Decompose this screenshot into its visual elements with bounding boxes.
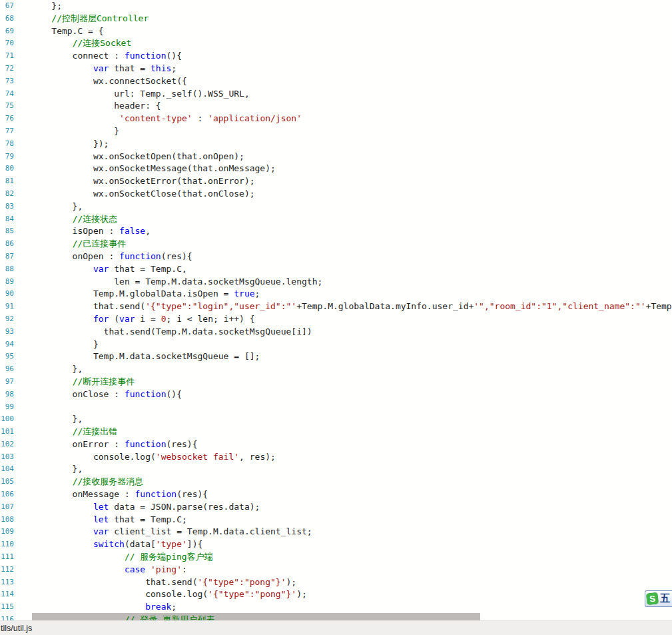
- line-number: 82: [0, 188, 14, 201]
- line-number: 102: [0, 438, 14, 451]
- line-number: 84: [0, 213, 14, 226]
- line-number: 96: [0, 363, 14, 376]
- code-text: //连接出错: [14, 426, 117, 438]
- line-number: 112: [0, 564, 14, 576]
- line-number: 101: [0, 426, 14, 438]
- line-number: 109: [0, 526, 14, 538]
- code-text: wx.onSocketOpen(that.onOpen);: [14, 151, 244, 163]
- line-number: 70: [0, 37, 14, 50]
- code-line: 88 var that = Temp.C,: [0, 263, 672, 276]
- code-line: 82 wx.onSocketClose(that.onClose);: [0, 188, 672, 201]
- code-line: 91 that.send('{"type":"login","user_id":…: [0, 301, 672, 313]
- line-number: 99: [0, 401, 14, 414]
- code-line: 105 //接收服务器消息: [0, 476, 672, 488]
- line-number: 86: [0, 238, 14, 251]
- line-number: 106: [0, 488, 14, 501]
- code-line: 75 header: {: [0, 100, 672, 113]
- code-text: //已连接事件: [14, 238, 126, 251]
- code-text: break;: [14, 601, 176, 614]
- line-number: 113: [0, 576, 14, 589]
- code-line: 80 wx.onSocketMessage(that.onMessage);: [0, 163, 672, 175]
- line-number: 76: [0, 113, 14, 125]
- code-text: wx.connectSocket({: [14, 75, 187, 88]
- code-line: 84 //连接状态: [0, 213, 672, 226]
- code-line: 72 var that = this;: [0, 63, 672, 75]
- code-text: [14, 401, 31, 414]
- line-number: 88: [0, 263, 14, 276]
- code-line: 81 wx.onSocketError(that.onError);: [0, 175, 672, 188]
- line-number: 93: [0, 326, 14, 338]
- line-number: 67: [0, 0, 14, 13]
- code-text: wx.onSocketMessage(that.onMessage);: [14, 163, 276, 175]
- code-text: },: [14, 463, 83, 476]
- code-line: 90 Temp.M.globalData.isOpen = true;: [0, 288, 672, 301]
- code-line: 87 onOpen : function(res){: [0, 251, 672, 263]
- code-text: onError : function(res){: [14, 438, 197, 451]
- code-text: //控制器层Controller: [14, 13, 149, 25]
- code-line: 67 };: [0, 0, 672, 13]
- code-text: //连接状态: [14, 213, 117, 226]
- code-text: let data = JSON.parse(res.data);: [14, 501, 260, 514]
- code-line: 95 Temp.M.data.socketMsgQueue = [];: [0, 350, 672, 363]
- line-number: 79: [0, 151, 14, 163]
- code-text: }: [14, 338, 99, 351]
- code-text: onOpen : function(res){: [14, 251, 192, 263]
- line-number: 115: [0, 601, 14, 614]
- line-number: 92: [0, 313, 14, 326]
- line-number: 83: [0, 201, 14, 213]
- code-text: });: [14, 138, 109, 151]
- code-text: };: [14, 0, 62, 13]
- code-text: that.send('{"type":"pong"}');: [14, 576, 296, 589]
- code-line: 102 onError : function(res){: [0, 438, 672, 451]
- code-line: 108 let that = Temp.C;: [0, 514, 672, 526]
- ime-indicator[interactable]: S 五: [645, 590, 672, 607]
- line-number: 90: [0, 288, 14, 301]
- code-line: 68 //控制器层Controller: [0, 13, 672, 25]
- code-line: 111 // 服务端ping客户端: [0, 551, 672, 564]
- code-text: //接收服务器消息: [14, 476, 143, 488]
- code-line: 89 len = Temp.M.data.socketMsgQueue.leng…: [0, 276, 672, 289]
- code-line: 92 for (var i = 0; i < len; i++) {: [0, 313, 672, 326]
- code-line: 100 },: [0, 413, 672, 426]
- code-text: // 服务端ping客户端: [14, 551, 213, 564]
- code-text: },: [14, 201, 83, 213]
- code-line: 71 connect : function(){: [0, 50, 672, 63]
- code-line: 107 let data = JSON.parse(res.data);: [0, 501, 672, 514]
- line-number: 75: [0, 100, 14, 113]
- code-line: 77 }: [0, 125, 672, 138]
- code-line: 110 switch(data['type']){: [0, 538, 672, 551]
- line-number: 103: [0, 451, 14, 464]
- code-line: 96 },: [0, 363, 672, 376]
- code-text: //断开连接事件: [14, 376, 135, 388]
- code-text: header: {: [14, 100, 161, 113]
- code-line: 74 url: Temp._self().WSS_URL,: [0, 88, 672, 101]
- line-number: 110: [0, 538, 14, 551]
- code-text: },: [14, 363, 83, 376]
- line-number: 111: [0, 551, 14, 564]
- code-line: 106 onMessage : function(res){: [0, 488, 672, 501]
- code-text: isOpen : false,: [14, 225, 151, 238]
- code-text: switch(data['type']){: [14, 538, 202, 551]
- code-line: 103 console.log('websocket fail', res);: [0, 451, 672, 464]
- line-number: 89: [0, 276, 14, 289]
- line-number: 80: [0, 163, 14, 175]
- code-text: for (var i = 0; i < len; i++) {: [14, 313, 255, 326]
- code-line: 86 //已连接事件: [0, 238, 672, 251]
- line-number: 73: [0, 75, 14, 88]
- code-line: 104 },: [0, 463, 672, 476]
- code-text: that.send('{"type":"login","user_id":"'+…: [14, 301, 672, 313]
- code-text: //连接Socket: [14, 37, 131, 50]
- code-text: console.log('{"type":"pong"}');: [14, 588, 307, 601]
- line-number: 95: [0, 350, 14, 363]
- code-text: },: [14, 413, 83, 426]
- code-line: 99: [0, 401, 672, 414]
- code-line: 83 },: [0, 201, 672, 213]
- code-line: 113 that.send('{"type":"pong"}');: [0, 576, 672, 589]
- line-number: 91: [0, 301, 14, 313]
- code-editor[interactable]: 67 };68 //控制器层Controller69 Temp.C = {70 …: [0, 0, 672, 626]
- line-number: 100: [0, 413, 14, 426]
- code-text: connect : function(){: [14, 50, 182, 63]
- status-bar: tils/util.js: [0, 620, 672, 635]
- code-text: wx.onSocketClose(that.onClose);: [14, 188, 255, 201]
- code-text: Temp.C = {: [14, 25, 104, 38]
